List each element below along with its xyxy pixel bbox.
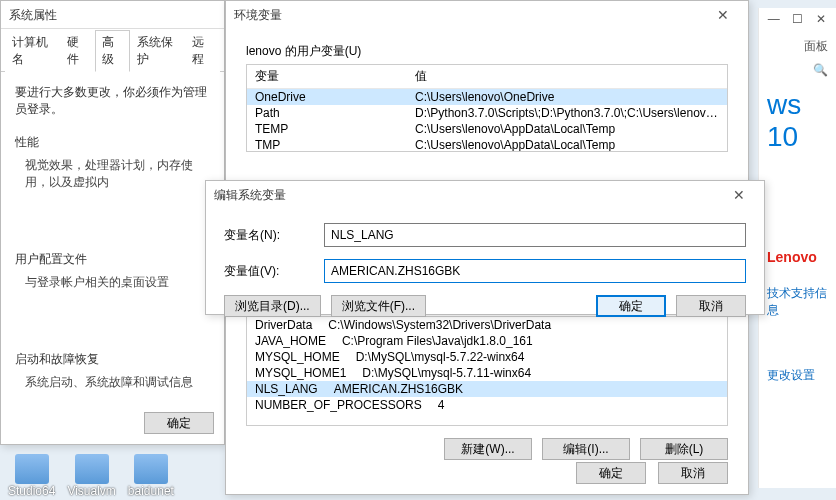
edit-title: 编辑系统变量 bbox=[214, 181, 286, 209]
maximize-icon[interactable]: ☐ bbox=[789, 12, 807, 30]
edit-ok-button[interactable]: 确定 bbox=[596, 295, 666, 317]
tab-protection[interactable]: 系统保护 bbox=[130, 30, 185, 72]
browse-dir-button[interactable]: 浏览目录(D)... bbox=[224, 295, 321, 317]
perf-desc: 视觉效果，处理器计划，内存使用，以及虚拟内 bbox=[25, 157, 210, 191]
edit-button[interactable]: 编辑(I)... bbox=[542, 438, 630, 460]
envvar-title: 环境变量 bbox=[234, 1, 282, 29]
tab-computer-name[interactable]: 计算机名 bbox=[5, 30, 60, 72]
perf-label: 性能 bbox=[15, 134, 210, 151]
browse-file-button[interactable]: 浏览文件(F)... bbox=[331, 295, 426, 317]
table-row[interactable]: NUMBER_OF_PROCESSORS4 bbox=[247, 397, 727, 413]
envvar-ok-button[interactable]: 确定 bbox=[576, 462, 646, 484]
edit-variable-dialog: 编辑系统变量 ✕ 变量名(N): 变量值(V): 浏览目录(D)... 浏览文件… bbox=[205, 180, 765, 315]
var-value-input[interactable] bbox=[324, 259, 746, 283]
table-row[interactable]: MYSQL_HOMED:\MySQL\mysql-5.7.22-winx64 bbox=[247, 349, 727, 365]
tab-hardware[interactable]: 硬件 bbox=[60, 30, 95, 72]
brand-logo: Lenovo bbox=[759, 241, 836, 273]
system-properties-window: 系统属性 计算机名 硬件 高级 系统保护 远程 要进行大多数更改，你必须作为管理… bbox=[0, 0, 225, 445]
table-row[interactable]: NLS_LANGAMERICAN.ZHS16GBK bbox=[247, 381, 727, 397]
profile-desc: 与登录帐户相关的桌面设置 bbox=[25, 274, 210, 291]
edit-close-icon[interactable]: ✕ bbox=[722, 181, 756, 209]
desktop-icon[interactable]: Visualvm bbox=[67, 454, 115, 498]
new-button[interactable]: 新建(W)... bbox=[444, 438, 532, 460]
edit-cancel-button[interactable]: 取消 bbox=[676, 295, 746, 317]
envvar-close-icon[interactable]: ✕ bbox=[706, 1, 740, 29]
search-icon[interactable]: 🔍 bbox=[759, 59, 836, 81]
sysprop-ok-button[interactable]: 确定 bbox=[144, 412, 214, 434]
profile-label: 用户配置文件 bbox=[15, 251, 210, 268]
table-row[interactable]: MYSQL_HOME1D:\MySQL\mysql-5.7.11-winx64 bbox=[247, 365, 727, 381]
var-name-label: 变量名(N): bbox=[224, 227, 324, 244]
delete-button[interactable]: 删除(L) bbox=[640, 438, 728, 460]
sysprop-title: 系统属性 bbox=[9, 1, 57, 29]
close-icon[interactable]: ✕ bbox=[812, 12, 830, 30]
envvar-cancel-button[interactable]: 取消 bbox=[658, 462, 728, 484]
minimize-icon[interactable]: — bbox=[765, 12, 783, 30]
table-row[interactable]: OneDriveC:\Users\lenovo\OneDrive bbox=[247, 89, 727, 105]
col-value[interactable]: 值 bbox=[407, 65, 727, 88]
startup-label: 启动和故障恢复 bbox=[15, 351, 210, 368]
table-row[interactable]: JAVA_HOMEC:\Program Files\Java\jdk1.8.0_… bbox=[247, 333, 727, 349]
table-row[interactable]: TMPC:\Users\lenovo\AppData\Local\Temp bbox=[247, 137, 727, 152]
col-variable[interactable]: 变量 bbox=[247, 65, 407, 88]
tab-remote[interactable]: 远程 bbox=[185, 30, 220, 72]
panel-label: 面板 bbox=[759, 34, 836, 59]
user-vars-table[interactable]: 变量 值 OneDriveC:\Users\lenovo\OneDrivePat… bbox=[246, 64, 728, 152]
table-row[interactable]: TEMPC:\Users\lenovo\AppData\Local\Temp bbox=[247, 121, 727, 137]
sysprop-tabs: 计算机名 硬件 高级 系统保护 远程 bbox=[1, 29, 224, 72]
desktop-icons: Studio64 Visualvm baidunet bbox=[0, 460, 225, 500]
admin-notice: 要进行大多数更改，你必须作为管理员登录。 bbox=[15, 84, 210, 118]
settings-side-panel: — ☐ ✕ 面板 🔍 ws 10 Lenovo 技术支持信息 更改设置 🛡 更改… bbox=[758, 8, 836, 488]
desktop-icon[interactable]: Studio64 bbox=[8, 454, 55, 498]
user-vars-label: lenovo 的用户变量(U) bbox=[246, 43, 728, 60]
tech-support-link[interactable]: 技术支持信息 bbox=[759, 279, 836, 325]
table-row[interactable]: PathD:\Python3.7.0\Scripts\;D:\Python3.7… bbox=[247, 105, 727, 121]
product-key-link[interactable]: 🛡 更改产品密钥 bbox=[759, 496, 836, 500]
desktop-icon[interactable]: baidunet bbox=[128, 454, 174, 498]
var-value-label: 变量值(V): bbox=[224, 263, 324, 280]
startup-desc: 系统启动、系统故障和调试信息 bbox=[25, 374, 210, 391]
windows-logo: ws 10 bbox=[759, 81, 836, 161]
var-name-input[interactable] bbox=[324, 223, 746, 247]
system-vars-table[interactable]: DriverDataC:\Windows\System32\Drivers\Dr… bbox=[246, 316, 728, 426]
tab-advanced[interactable]: 高级 bbox=[95, 30, 130, 72]
change-settings-link[interactable]: 更改设置 bbox=[759, 361, 836, 390]
